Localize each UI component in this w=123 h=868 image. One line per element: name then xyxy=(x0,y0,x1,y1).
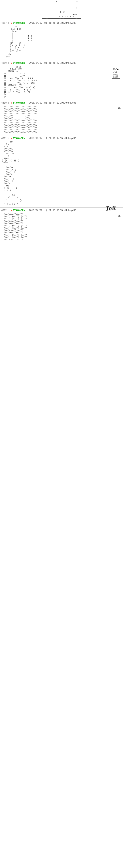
post-4389-header: 4389 ： ◆ EYA4Qm3Rn ： 2016/04/02(土) 21:00… xyxy=(0,61,123,65)
post-date-separator: ： xyxy=(26,209,28,212)
tor-label: ToR xyxy=(105,204,116,212)
post-name: EYA4Qm3Rn xyxy=(13,101,25,104)
post-number: 4390 xyxy=(1,101,7,104)
post-id: ID:/UnheycU0 xyxy=(60,101,76,104)
post-4391: 4391 ： ◆ EYA4Qm3Rn ： 2016/04/02(土) 21:04… xyxy=(0,135,123,208)
post-number: 4391 xyxy=(1,137,7,140)
post-4391-header: 4391 ： ◆ EYA4Qm3Rn ： 2016/04/02(土) 21:04… xyxy=(0,136,123,140)
post-4390-art: ////\\\\////\\\\////\\\\//// ////\\\\///… xyxy=(0,105,116,134)
post-name: EYA4Qm3Rn xyxy=(13,22,25,24)
post-date: 2016/04/02(土) 21:00:52 xyxy=(29,61,59,64)
honey-box: 敵の■ ハニー ○○○○○○○○ xyxy=(112,67,120,79)
post-diamond: ◆ xyxy=(11,209,12,212)
post-date: 2016/04/02(土) 21:04:19 xyxy=(29,101,59,104)
post-separator: ： xyxy=(7,101,10,104)
post-number: 4389 xyxy=(1,62,7,64)
post-4387-header: 4387 ： ◆ EYA4Qm3Rn ： 2016/04/02(土) 21:00… xyxy=(0,21,123,25)
post-separator: ： xyxy=(7,137,10,140)
post-4389: 4389 ： ◆ EYA4Qm3Rn ： 2016/04/02(土) 21:00… xyxy=(0,60,123,100)
post-date-separator: ： xyxy=(26,61,28,64)
post-4391-art: ﾘﾌﾊ ｲｰﾉ / ﾉ \\\\//// \\\\//// \\\\/// ∨ … xyxy=(0,140,123,207)
post-diamond: ◆ xyxy=(11,22,12,24)
post-id: ID:/UnheycU0 xyxy=(60,22,76,24)
post-id: ID:/UnheycU0 xyxy=(60,62,76,64)
post-4389-art: ─ 三 三 T BAR 状況 囲の■ 水 II //// II //// II … xyxy=(0,65,123,99)
post-name: EYA4Qm3Rn xyxy=(13,137,25,140)
post-name: EYA4Qm3Rn xyxy=(13,62,25,64)
post-date-separator: ： xyxy=(26,21,28,25)
post-4390-header: 4390 ： ◆ EYA4Qm3Rn ： 2016/04/02(土) 21:04… xyxy=(0,101,123,105)
post-name: EYA4Qm3Rn xyxy=(13,209,25,212)
top-ascii-header: ★ ★ ☆ ★ 田 ﾙﾊ ■━━A ∧ ∧ ∧ ∧ ∧ ∧ ━━━━━━━━━━… xyxy=(0,0,123,20)
post-4392-art: ////∧∧////∧∧//// ////( )////( )//// ////… xyxy=(0,212,116,242)
post-id: ID:/UnheycU0 xyxy=(60,137,76,140)
post-date: 2016/04/02(土) 21:04:42 xyxy=(29,137,59,140)
post-separator: ： xyxy=(7,209,10,212)
post-4390-comment: 嗣… xyxy=(116,105,123,112)
post-date: 2016/04/02(土) 21:00:18 xyxy=(29,21,59,25)
honey-label: ハニー xyxy=(113,71,119,73)
page-container: ★ ★ ☆ ★ 田 ﾙﾊ ■━━A ∧ ∧ ∧ ∧ ∧ ∧ ━━━━━━━━━━… xyxy=(0,0,123,243)
post-4390: 4390 ： ◆ EYA4Qm3Rn ： 2016/04/02(土) 21:04… xyxy=(0,100,123,135)
post-date: 2016/04/02(土) 21:05:00 xyxy=(29,209,59,212)
post-separator: ： xyxy=(7,21,10,25)
post-id: ID:/UnheycU0 xyxy=(60,209,76,212)
post-number: 4392 xyxy=(1,209,7,212)
post-diamond: ◆ xyxy=(11,137,12,140)
post-number: 4387 xyxy=(1,22,7,24)
post-4392-comment: 嗯… xyxy=(116,212,123,219)
enemy-label: 敵の■ xyxy=(113,68,119,71)
post-diamond: ◆ xyxy=(11,62,12,64)
post-diamond: ◆ xyxy=(11,101,12,104)
post-4387: 4387 ： ◆ EYA4Qm3Rn ： 2016/04/02(土) 21:00… xyxy=(0,20,123,60)
post-4392: 4392 ： ◆ EYA4Qm3Rn ： 2016/04/02(土) 21:05… xyxy=(0,208,123,243)
honey-circles: ○○○○○○○○ xyxy=(113,73,119,78)
post-4387-art: ∩∩ ｷ∩∩ﾛ ﾛ 圦 |ﾛ αi | | ﾛ ﾛ | ﾛ ﾛ | ﾛ ﾛ (≧… xyxy=(0,25,123,59)
post-4392-header: 4392 ： ◆ EYA4Qm3Rn ： 2016/04/02(土) 21:05… xyxy=(0,209,123,212)
post-date-separator: ： xyxy=(26,101,28,104)
post-date-separator: ： xyxy=(26,137,28,140)
post-separator: ： xyxy=(7,61,10,64)
